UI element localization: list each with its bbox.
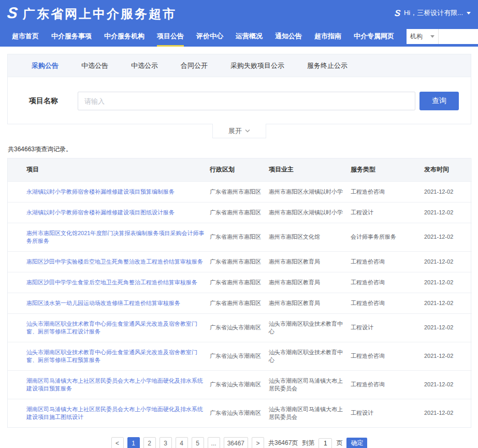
region-cell: 广东省惠州市惠阳区 bbox=[210, 223, 269, 251]
region-cell: 广东省惠州市惠阳区 bbox=[210, 181, 269, 202]
goto-suffix: 页 bbox=[336, 439, 342, 447]
project-link[interactable]: 潮南区司马浦镇大布上社区居民委员会大布上小学地面硬化及排水系统建设项目预算服务 bbox=[26, 378, 203, 392]
project-link[interactable]: 潮南区司马浦镇大布上社区居民委员会大布上小学地面硬化及排水系统建设项目施工图纸设… bbox=[26, 406, 203, 420]
nav-item-7[interactable]: 超市指南 bbox=[314, 26, 341, 47]
owner-cell: 惠州市惠阳区文化馆 bbox=[269, 223, 351, 251]
project-name-input[interactable] bbox=[78, 92, 415, 110]
project-link[interactable]: 惠阳区淡水第一幼儿园运动场改造修缮工程造价结算审核服务 bbox=[26, 300, 180, 306]
results-table-card: 项目行政区划项目业主服务类型发布时间 永湖镇以时小学教师宿舍楼补漏维修建设项目预… bbox=[7, 158, 471, 428]
publish-date-cell: 2021-12-02 bbox=[424, 370, 472, 399]
project-cell: 永湖镇以时小学教师宿舍楼补漏维修建设项目图纸设计服务 bbox=[8, 202, 210, 223]
column-header-3: 服务类型 bbox=[351, 158, 424, 181]
announcement-tabs: 采购公告中选公告中选公示合同公开采购失败项目公示服务终止公示 bbox=[8, 54, 471, 77]
table-row-3: 惠阳区沙田中学实验楼后空地卫生死角整治改造工程造价结算审核服务广东省惠州市惠阳区… bbox=[8, 251, 472, 272]
search-category-select[interactable]: 机构 bbox=[407, 29, 439, 44]
page-ellipsis-button[interactable]: ... bbox=[208, 437, 220, 448]
tab-0[interactable]: 采购公告 bbox=[32, 61, 59, 70]
expand-label: 展开 bbox=[228, 126, 242, 136]
table-row-8: 潮南区司马浦镇大布上社区居民委员会大布上小学地面硬化及排水系统建设项目预算服务广… bbox=[8, 370, 472, 399]
publish-date-cell: 2021-12-02 bbox=[424, 342, 472, 370]
region-cell: 广东省汕头市潮南区 bbox=[210, 313, 269, 342]
result-summary: 共364663项查询记录。 bbox=[8, 145, 471, 154]
page-button-36467[interactable]: 36467 bbox=[224, 437, 248, 448]
nav-item-0[interactable]: 超市首页 bbox=[12, 26, 39, 47]
page-button-2[interactable]: 2 bbox=[143, 437, 156, 448]
project-cell: 惠州市惠阳区文化馆2021年度部门决算报表编制服务项目采购会计师事务所服务 bbox=[8, 223, 210, 251]
nav-item-8[interactable]: 中介专属网页 bbox=[354, 26, 394, 47]
filter-form: 项目名称 查询 bbox=[8, 77, 471, 124]
table-row-6: 汕头市潮南区职业技术教育中心师生食堂通风采光改造及宿舍教室门窗、厕所等修缮工程设… bbox=[8, 313, 472, 342]
filter-card: 采购公告中选公告中选公示合同公开采购失败项目公示服务终止公示 项目名称 查询 展… bbox=[7, 54, 471, 124]
page: S 广东省网上中介服务超市 S Hi，三桥设计有限... 超市首页中介服务事项中… bbox=[0, 0, 478, 448]
nav-item-3[interactable]: 项目公告 bbox=[157, 26, 184, 47]
table-row-5: 惠阳区淡水第一幼儿园运动场改造修缮工程造价结算审核服务广东省惠州市惠阳区惠州市惠… bbox=[8, 293, 472, 313]
column-header-2: 项目业主 bbox=[269, 158, 351, 181]
nav-item-1[interactable]: 中介服务事项 bbox=[51, 26, 92, 47]
project-cell: 汕头市潮南区职业技术教育中心师生食堂通风采光改造及宿舍教室门窗、厕所等修缮工程预… bbox=[8, 342, 210, 370]
page-button-4[interactable]: 4 bbox=[176, 437, 188, 448]
goto-page-input[interactable] bbox=[318, 438, 332, 448]
site-title: 广东省网上中介服务超市 bbox=[23, 6, 177, 22]
tab-4[interactable]: 采购失败项目公示 bbox=[230, 61, 284, 70]
site-search: 机构 bbox=[407, 29, 478, 44]
publish-date-cell: 2021-12-02 bbox=[424, 293, 472, 313]
chevron-down-icon bbox=[245, 129, 250, 133]
nav-item-5[interactable]: 运营概况 bbox=[236, 26, 263, 47]
tab-3[interactable]: 合同公开 bbox=[181, 61, 208, 70]
project-link[interactable]: 永湖镇以时小学教师宿舍楼补漏维修建设项目图纸设计服务 bbox=[26, 209, 175, 215]
project-link[interactable]: 惠州市惠阳区文化馆2021年度部门决算报表编制服务项目采购会计师事务所服务 bbox=[26, 230, 204, 244]
publish-date-cell: 2021-12-02 bbox=[424, 251, 472, 272]
project-cell: 永湖镇以时小学教师宿舍楼补漏维修建设项目预算编制服务 bbox=[8, 181, 210, 202]
project-cell: 惠阳区沙田中学学生食堂后空地卫生死角整治工程造价结算审核服务 bbox=[8, 272, 210, 293]
project-link[interactable]: 惠阳区沙田中学学生食堂后空地卫生死角整治工程造价结算审核服务 bbox=[26, 279, 197, 285]
publish-date-cell: 2021-12-02 bbox=[424, 181, 472, 202]
owner-cell: 惠州市惠阳区永湖镇以时小学 bbox=[269, 202, 351, 223]
nav-item-2[interactable]: 中介服务机构 bbox=[104, 26, 144, 47]
next-page-button[interactable]: > bbox=[252, 437, 264, 448]
owner-cell: 汕头市潮南区职业技术教育中心 bbox=[269, 313, 351, 342]
nav-item-4[interactable]: 评价中心 bbox=[196, 26, 223, 47]
pagination: <12345...36467> 共36467页 到第 页 确定 bbox=[7, 437, 471, 448]
project-link[interactable]: 永湖镇以时小学教师宿舍楼补漏维修建设项目预算编制服务 bbox=[26, 189, 175, 195]
publish-date-cell: 2021-12-02 bbox=[424, 313, 472, 342]
project-cell: 惠阳区沙田中学实验楼后空地卫生死角整治改造工程造价结算审核服务 bbox=[8, 251, 210, 272]
header: S 广东省网上中介服务超市 S Hi，三桥设计有限... bbox=[0, 0, 478, 26]
page-button-5[interactable]: 5 bbox=[192, 437, 204, 448]
table-body: 永湖镇以时小学教师宿舍楼补漏维修建设项目预算编制服务广东省惠州市惠阳区惠州市惠阳… bbox=[8, 181, 472, 427]
service-type-cell: 工程造价咨询 bbox=[351, 370, 424, 399]
main-nav: 超市首页中介服务事项中介服务机构项目公告评价中心运营概况通知公告超市指南中介专属… bbox=[0, 26, 478, 47]
tab-2[interactable]: 中选公示 bbox=[131, 61, 158, 70]
confirm-button[interactable]: 确定 bbox=[346, 438, 367, 448]
goto-prefix: 到第 bbox=[302, 439, 314, 447]
publish-date-cell: 2021-12-02 bbox=[424, 272, 472, 293]
brand[interactable]: S 广东省网上中介服务超市 bbox=[7, 4, 177, 22]
owner-cell: 惠州市惠阳区教育局 bbox=[269, 251, 351, 272]
publish-date-cell: 2021-12-02 bbox=[424, 223, 472, 251]
user-logo-icon: S bbox=[394, 9, 401, 18]
region-cell: 广东省惠州市惠阳区 bbox=[210, 251, 269, 272]
service-type-cell: 工程造价咨询 bbox=[351, 272, 424, 293]
table-header-row: 项目行政区划项目业主服务类型发布时间 bbox=[8, 158, 472, 181]
nav-item-6[interactable]: 通知公告 bbox=[275, 26, 302, 47]
user-menu[interactable]: S Hi，三桥设计有限... bbox=[395, 8, 471, 18]
expand-toggle[interactable]: 展开 bbox=[212, 124, 266, 138]
service-type-cell: 工程造价咨询 bbox=[351, 293, 424, 313]
region-cell: 广东省汕头市潮南区 bbox=[210, 399, 269, 427]
project-link[interactable]: 汕头市潮南区职业技术教育中心师生食堂通风采光改造及宿舍教室门窗、厕所等修缮工程设… bbox=[26, 321, 197, 335]
page-button-1[interactable]: 1 bbox=[127, 437, 140, 448]
main-nav-items: 超市首页中介服务事项中介服务机构项目公告评价中心运营概况通知公告超市指南中介专属… bbox=[12, 26, 407, 47]
site-search-input[interactable] bbox=[439, 29, 478, 44]
prev-page-button[interactable]: < bbox=[111, 437, 124, 448]
project-link[interactable]: 惠阳区沙田中学实验楼后空地卫生死角整治改造工程造价结算审核服务 bbox=[26, 258, 203, 265]
project-cell: 潮南区司马浦镇大布上社区居民委员会大布上小学地面硬化及排水系统建设项目施工图纸设… bbox=[8, 399, 210, 427]
publish-date-cell: 2021-12-02 bbox=[424, 202, 472, 223]
column-header-4: 发布时间 bbox=[424, 158, 472, 181]
region-cell: 广东省惠州市惠阳区 bbox=[210, 293, 269, 313]
project-link[interactable]: 汕头市潮南区职业技术教育中心师生食堂通风采光改造及宿舍教室门窗、厕所等修缮工程预… bbox=[26, 349, 197, 363]
tab-5[interactable]: 服务终止公示 bbox=[307, 61, 347, 70]
tab-1[interactable]: 中选公告 bbox=[81, 61, 108, 70]
query-button[interactable]: 查询 bbox=[419, 92, 459, 110]
chevron-down-icon bbox=[430, 35, 434, 38]
region-cell: 广东省汕头市潮南区 bbox=[210, 370, 269, 399]
page-button-3[interactable]: 3 bbox=[160, 437, 172, 448]
